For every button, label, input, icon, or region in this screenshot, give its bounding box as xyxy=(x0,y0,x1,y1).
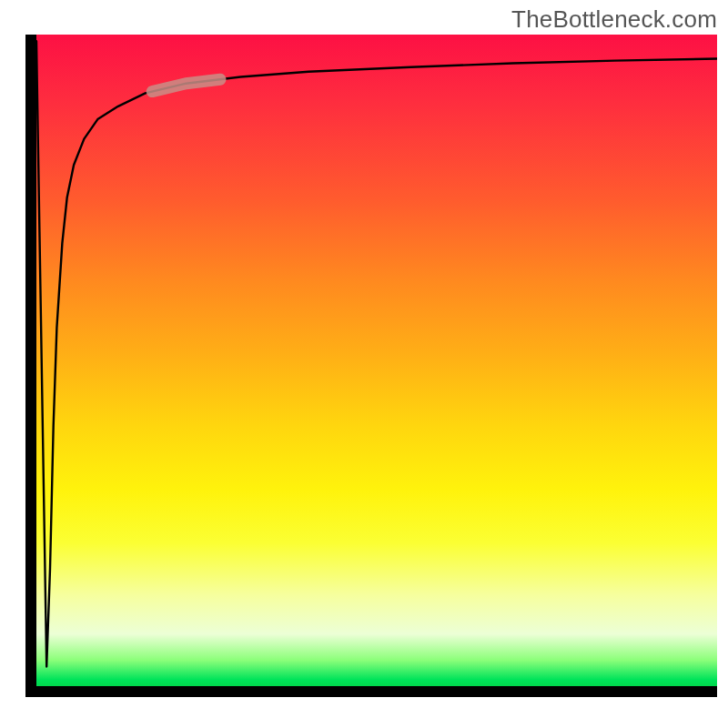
y-axis xyxy=(25,35,36,693)
x-axis xyxy=(25,686,717,697)
bottleneck-curve-line xyxy=(36,41,717,666)
watermark-text: TheBottleneck.com xyxy=(511,5,717,34)
chart-plot-area xyxy=(36,35,717,686)
highlight-segment xyxy=(152,79,220,91)
chart-container: TheBottleneck.com xyxy=(0,0,728,728)
